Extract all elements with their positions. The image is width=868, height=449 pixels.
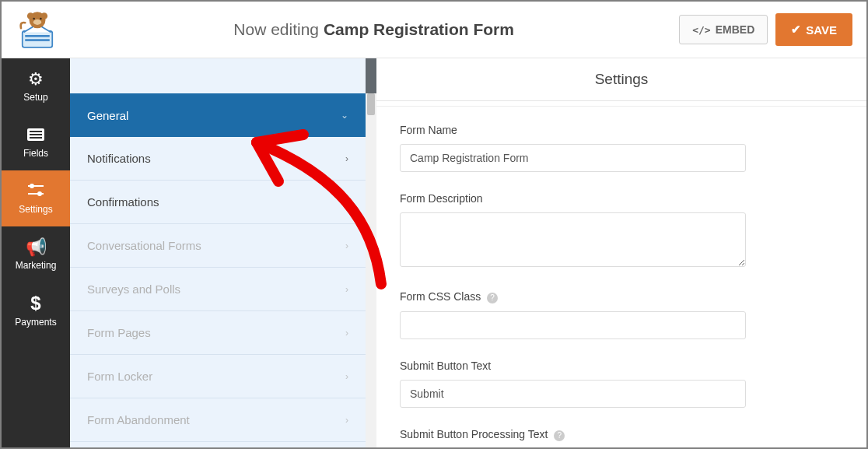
sidenav-item-setup[interactable]: ⚙ Setup <box>2 58 70 114</box>
svg-point-4 <box>27 12 34 19</box>
nav-label: Confirmations <box>87 195 159 209</box>
sidenav-label: Payments <box>15 317 56 328</box>
chevron-right-icon: › <box>345 284 348 295</box>
submit-text-label: Submit Button Text <box>400 360 843 372</box>
submit-processing-label: Submit Button Processing Text ? <box>400 428 843 441</box>
sidenav-item-marketing[interactable]: 📢 Marketing <box>2 226 70 282</box>
chevron-right-icon: › <box>345 415 348 426</box>
sidenav-label: Settings <box>19 204 52 215</box>
embed-button[interactable]: </> EMBED <box>679 15 768 44</box>
settings-nav-form-locker[interactable]: Form Locker › <box>70 355 366 398</box>
scrollbar-thumb[interactable] <box>367 93 375 115</box>
settings-subnav: General ⌄ Notifications › Confirmations … <box>70 58 376 447</box>
chevron-down-icon: ⌄ <box>341 110 348 121</box>
form-css-label: Form CSS Class ? <box>400 290 843 303</box>
svg-point-16 <box>37 191 42 196</box>
dollar-icon: $ <box>30 294 40 313</box>
settings-nav-surveys[interactable]: Surveys and Polls › <box>70 268 366 311</box>
content-area: Settings Form Name Form Description <box>376 58 866 447</box>
svg-point-6 <box>33 19 42 25</box>
sliders-icon <box>26 183 45 200</box>
form-description-textarea[interactable] <box>400 212 746 267</box>
svg-rect-1 <box>25 35 50 37</box>
scrollbar[interactable] <box>366 93 376 447</box>
chevron-right-icon: › <box>345 371 348 382</box>
nav-label: Form Locker <box>87 370 152 383</box>
chevron-right-icon: › <box>345 153 348 164</box>
svg-rect-11 <box>30 134 42 135</box>
sidenav-item-payments[interactable]: $ Payments <box>2 282 70 339</box>
bullhorn-icon: 📢 <box>26 239 47 256</box>
settings-nav-general[interactable]: General ⌄ <box>70 93 366 137</box>
settings-nav-form-abandonment[interactable]: Form Abandonment › <box>70 398 366 442</box>
settings-nav-form-pages[interactable]: Form Pages › <box>70 311 366 355</box>
chevron-right-icon: › <box>345 197 348 208</box>
save-button[interactable]: ✔ SAVE <box>775 13 852 46</box>
sidenav-item-settings[interactable]: Settings <box>2 170 70 226</box>
sidenav-label: Marketing <box>16 260 57 271</box>
sidenav-label: Fields <box>23 148 48 159</box>
submit-text-input[interactable] <box>400 380 746 408</box>
nav-label: Form Abandonment <box>87 413 190 426</box>
chevron-right-icon: › <box>345 328 348 339</box>
nav-label: Conversational Forms <box>87 239 201 252</box>
nav-label: Surveys and Polls <box>87 282 180 296</box>
sidenav-item-fields[interactable]: Fields <box>2 114 70 170</box>
svg-rect-10 <box>30 131 42 132</box>
list-icon <box>27 127 44 144</box>
svg-rect-12 <box>30 137 42 139</box>
nav-label: General <box>87 109 128 122</box>
top-bar: Now editing Camp Registration Form </> E… <box>2 2 866 58</box>
svg-point-5 <box>40 12 47 19</box>
form-name-input[interactable] <box>400 144 746 172</box>
svg-point-7 <box>33 18 35 20</box>
chevron-right-icon: › <box>345 240 348 251</box>
code-icon: </> <box>692 24 710 36</box>
svg-point-14 <box>30 184 34 188</box>
settings-nav-conversational[interactable]: Conversational Forms › <box>70 224 366 268</box>
settings-nav-confirmations[interactable]: Confirmations › <box>70 181 366 224</box>
content-title: Settings <box>376 58 866 101</box>
svg-rect-2 <box>25 39 50 41</box>
sidenav-label: Setup <box>23 92 47 103</box>
nav-label: Form Pages <box>87 326 151 339</box>
form-css-input[interactable] <box>400 311 746 339</box>
help-icon[interactable]: ? <box>554 430 565 441</box>
settings-nav-notifications[interactable]: Notifications › <box>70 137 366 181</box>
gear-icon: ⚙ <box>28 71 44 88</box>
svg-point-8 <box>40 18 42 20</box>
form-description-label: Form Description <box>400 192 843 205</box>
form-name-label: Form Name <box>400 124 843 136</box>
help-icon[interactable]: ? <box>487 293 498 303</box>
app-logo <box>16 8 59 51</box>
side-nav: ⚙ Setup Fields Settings 📢 Marketing $ <box>2 58 70 447</box>
nav-label: Notifications <box>87 152 151 165</box>
check-icon: ✔ <box>791 23 801 37</box>
page-title: Now editing Camp Registration Form <box>68 20 679 39</box>
